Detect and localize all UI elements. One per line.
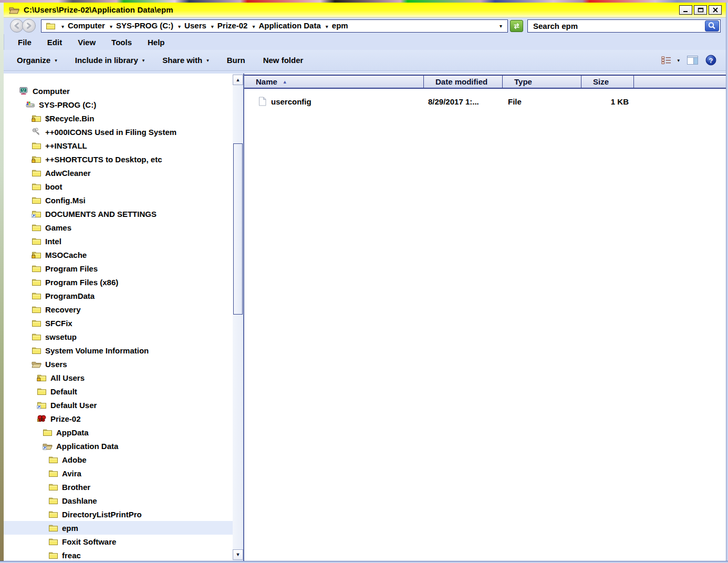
- breadcrumb-separator-icon[interactable]: ▾: [326, 24, 328, 29]
- tree-item-foxit-software[interactable]: Foxit Software: [4, 535, 233, 548]
- toolbar-new-folder-button[interactable]: New folder: [263, 56, 304, 65]
- toolbar-burn-button[interactable]: Burn: [227, 56, 245, 65]
- tree-item-intel[interactable]: Intel: [4, 234, 233, 248]
- toolbar-include-in-library-button[interactable]: Include in library▾: [75, 56, 145, 65]
- column-header-size[interactable]: Size: [581, 76, 634, 88]
- title-bar[interactable]: C:\Users\Prize-02\Application Data\epm: [4, 3, 726, 17]
- menu-help[interactable]: Help: [148, 38, 165, 47]
- breadcrumb-segment-epm[interactable]: epm: [332, 21, 348, 30]
- scrollbar-thumb[interactable]: [233, 143, 243, 315]
- tree-item-label: MSOCache: [45, 251, 87, 259]
- tree-item-label: epm: [62, 524, 78, 533]
- tree-item-brother[interactable]: Brother: [4, 480, 233, 494]
- folder-shortcut-icon: [36, 401, 47, 409]
- column-header-name[interactable]: Name▲: [244, 76, 424, 88]
- preview-pane-button[interactable]: [687, 56, 698, 65]
- column-header-filler: [634, 76, 726, 88]
- folder-icon: [31, 291, 41, 300]
- breadcrumb-separator-icon[interactable]: ▾: [61, 24, 64, 29]
- tree-item-label: swsetup: [45, 332, 77, 341]
- tree-item-dashlane[interactable]: Dashlane: [4, 494, 233, 507]
- breadcrumb-segment-prize-02[interactable]: Prize-02: [217, 21, 248, 30]
- tree-item-default-user[interactable]: Default User: [4, 398, 233, 412]
- tree-item-recycle-bin[interactable]: $Recycle.Bin: [4, 111, 233, 125]
- tree-item-games[interactable]: Games: [4, 221, 233, 234]
- folder-icon: [31, 278, 41, 286]
- tree-item-all-users[interactable]: All Users: [4, 371, 233, 384]
- tree-item-directorylistprintpro[interactable]: DirectoryListPrintPro: [4, 507, 233, 521]
- tree-item-label: DOCUMENTS AND SETTINGS: [45, 210, 157, 218]
- breadcrumb-segment-sys-prog-c[interactable]: SYS-PROG (C:): [116, 21, 173, 30]
- breadcrumb-segment-application-data[interactable]: Application Data: [258, 21, 320, 30]
- column-label: Type: [514, 77, 532, 86]
- menu-edit[interactable]: Edit: [47, 38, 62, 47]
- scroll-up-button[interactable]: ▲: [233, 75, 243, 85]
- help-button[interactable]: ?: [705, 55, 716, 66]
- tree-item-program-files[interactable]: Program Files: [4, 262, 233, 275]
- tree-item-boot[interactable]: boot: [4, 180, 233, 193]
- column-label: Size: [593, 77, 609, 86]
- folder-icon: [31, 223, 41, 232]
- tree-item-appdata[interactable]: AppData: [4, 425, 233, 439]
- tree-item-label: Games: [45, 223, 71, 232]
- toolbar-label: Burn: [227, 56, 245, 65]
- tree-item-system-volume-information[interactable]: System Volume Information: [4, 343, 233, 357]
- tree-item-label: Foxit Software: [62, 537, 116, 546]
- tree-item-documents-and-settings[interactable]: DOCUMENTS AND SETTINGS: [4, 207, 233, 221]
- tree-item-shortcuts-to-desktop-etc[interactable]: ++SHORTCUTS to Desktop, etc: [4, 152, 233, 166]
- tree-item-computer[interactable]: Computer: [4, 84, 233, 98]
- tree-item-label: Program Files: [45, 264, 98, 273]
- tree-scrollbar[interactable]: ▲ ▼: [233, 74, 243, 561]
- refresh-button[interactable]: [510, 20, 523, 32]
- tree-item-program-files-x86[interactable]: Program Files (x86): [4, 275, 233, 289]
- forward-button[interactable]: [22, 19, 36, 33]
- breadcrumb-separator-icon[interactable]: ▾: [110, 24, 112, 29]
- menu-tools[interactable]: Tools: [111, 38, 132, 47]
- minimize-button[interactable]: [679, 5, 692, 15]
- breadcrumb-segment-computer[interactable]: Computer: [68, 21, 105, 30]
- close-button[interactable]: [709, 5, 722, 15]
- file-rows: userconfig8/29/2017 1:...File1 KB: [244, 92, 726, 111]
- tree-item-freac[interactable]: freac: [4, 548, 233, 561]
- tree-item-adwcleaner[interactable]: AdwCleaner: [4, 166, 233, 180]
- search-icon[interactable]: [705, 20, 719, 32]
- tree-item-label: SYS-PROG (C:): [39, 100, 96, 109]
- tree-item-msocache[interactable]: MSOCache: [4, 248, 233, 262]
- tree-item-install[interactable]: ++INSTALL: [4, 139, 233, 152]
- tree-item-application-data[interactable]: Application Data: [4, 439, 233, 453]
- tree-item-default[interactable]: Default: [4, 384, 233, 398]
- address-field[interactable]: ▾Computer▾SYS-PROG (C:)▾Users▾Prize-02▾A…: [41, 19, 508, 33]
- tree-item-adobe[interactable]: Adobe: [4, 453, 233, 466]
- tree-item-prize-02[interactable]: Prize-02: [4, 412, 233, 425]
- tree-item-swsetup[interactable]: swsetup: [4, 330, 233, 343]
- tree-item-users[interactable]: Users: [4, 357, 233, 371]
- tree-item-epm[interactable]: epm: [4, 521, 233, 535]
- tree-item-sfcfix[interactable]: SFCFix: [4, 316, 233, 330]
- tree-item-000icons-used-in-filing-system[interactable]: ++000ICONS Used in Filing System: [4, 125, 233, 139]
- tree-item-recovery[interactable]: Recovery: [4, 303, 233, 316]
- tree-item-avira[interactable]: Avira: [4, 466, 233, 480]
- menu-view[interactable]: View: [78, 38, 96, 47]
- breadcrumb-separator-icon[interactable]: ▾: [211, 24, 214, 29]
- views-button[interactable]: ▾: [661, 56, 680, 65]
- breadcrumb-segment-users[interactable]: Users: [184, 21, 206, 30]
- address-folder-icon: [46, 22, 56, 30]
- tree-item-label: DirectoryListPrintPro: [62, 510, 142, 519]
- scroll-down-button[interactable]: ▼: [233, 549, 243, 560]
- breadcrumb-separator-icon[interactable]: ▾: [178, 24, 181, 29]
- tree-item-programdata[interactable]: ProgramData: [4, 289, 233, 303]
- tree-item-sys-prog-c[interactable]: SYS-PROG (C:): [4, 98, 233, 111]
- column-header-date-modified[interactable]: Date modified: [424, 76, 503, 88]
- search-input[interactable]: [528, 22, 705, 30]
- toolbar-share-with-button[interactable]: Share with▾: [162, 56, 209, 65]
- file-row-userconfig[interactable]: userconfig8/29/2017 1:...File1 KB: [244, 92, 726, 111]
- tree-item-config-msi[interactable]: Config.Msi: [4, 193, 233, 207]
- address-dropdown-icon[interactable]: ▾: [497, 23, 504, 29]
- views-dropdown-icon[interactable]: ▾: [677, 58, 680, 63]
- toolbar-organize-button[interactable]: Organize▾: [17, 56, 57, 65]
- column-header-type[interactable]: Type: [503, 76, 581, 88]
- menu-file[interactable]: File: [18, 38, 32, 47]
- folder-tree: ComputerSYS-PROG (C:)$Recycle.Bin++000IC…: [4, 74, 233, 561]
- maximize-button[interactable]: [694, 5, 707, 15]
- breadcrumb-separator-icon[interactable]: ▾: [252, 24, 255, 29]
